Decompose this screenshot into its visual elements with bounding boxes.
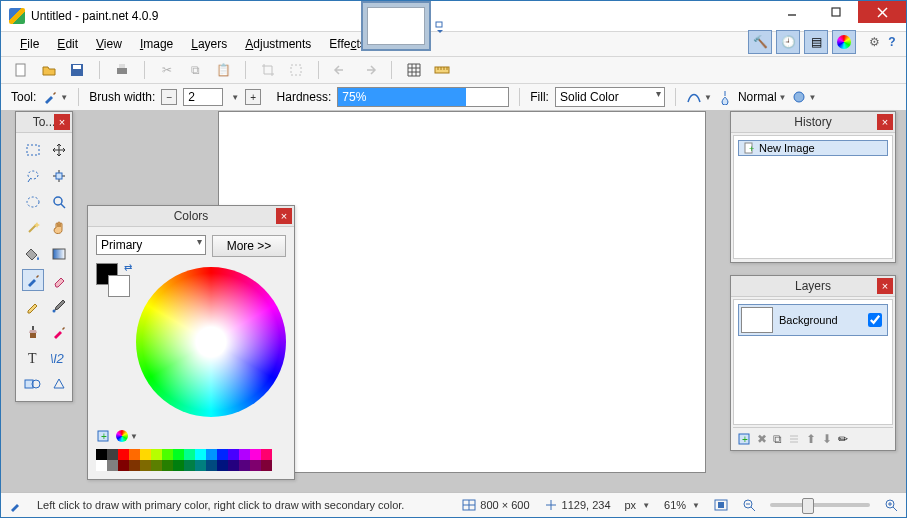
layer-visibility-checkbox[interactable] — [868, 313, 882, 327]
palette-swatch[interactable] — [195, 460, 206, 471]
status-unit[interactable]: px — [625, 499, 637, 511]
palette-swatch[interactable] — [206, 449, 217, 460]
tool-shapes[interactable] — [22, 373, 44, 395]
unit-dropdown-icon[interactable]: ▼ — [642, 501, 650, 510]
palette-swatch[interactable] — [140, 449, 151, 460]
palette-swatch[interactable] — [173, 449, 184, 460]
help-icon[interactable]: ? — [884, 34, 900, 50]
close-button[interactable] — [858, 1, 906, 23]
settings-icon[interactable]: ⚙ — [866, 34, 882, 50]
fill-select[interactable]: Solid Color — [555, 87, 665, 107]
blendmode-select[interactable]: Normal▼ — [738, 90, 787, 104]
image-thumbnail[interactable] — [361, 1, 431, 51]
ruler-button[interactable] — [432, 60, 452, 80]
tool-paint-bucket[interactable] — [22, 243, 44, 265]
tool-gradient[interactable] — [48, 243, 70, 265]
window-history-button[interactable]: 🕘 — [776, 30, 800, 54]
palette-swatch[interactable] — [96, 460, 107, 471]
tool-lasso-select[interactable] — [22, 165, 44, 187]
layers-panel-title[interactable]: Layers — [731, 276, 895, 297]
status-zoom[interactable]: 61% — [664, 499, 686, 511]
layer-merge-button[interactable] — [788, 433, 800, 445]
hardness-slider[interactable]: 75% — [337, 87, 509, 107]
layer-properties-button[interactable]: ✏ — [838, 432, 848, 446]
palette-swatch[interactable] — [206, 460, 217, 471]
open-button[interactable] — [39, 60, 59, 80]
tool-move-selection[interactable] — [48, 139, 70, 161]
palette-menu-button[interactable]: ▼ — [116, 429, 138, 443]
current-tool-icon[interactable]: ▼ — [42, 89, 68, 105]
zoom-out-button[interactable] — [742, 498, 756, 512]
palette-swatch[interactable] — [184, 449, 195, 460]
palette-swatch[interactable] — [107, 460, 118, 471]
palette-swatch[interactable] — [129, 460, 140, 471]
color-target-select[interactable]: Primary — [96, 235, 206, 255]
cut-button[interactable]: ✂ — [157, 60, 177, 80]
palette-swatch[interactable] — [151, 460, 162, 471]
save-button[interactable] — [67, 60, 87, 80]
colors-panel-close[interactable]: × — [276, 208, 292, 224]
menu-image[interactable]: Image — [133, 34, 180, 54]
tool-paintbrush[interactable] — [22, 269, 44, 291]
tool-recolor[interactable] — [48, 321, 70, 343]
palette-swatch[interactable] — [261, 460, 272, 471]
palette-swatch[interactable] — [140, 460, 151, 471]
layer-delete-button[interactable]: ✖ — [757, 432, 767, 446]
fit-window-button[interactable] — [714, 498, 728, 512]
palette-swatch[interactable] — [239, 449, 250, 460]
palette-swatch[interactable] — [96, 449, 107, 460]
zoom-dropdown-icon[interactable]: ▼ — [692, 501, 700, 510]
tool-clone-stamp[interactable] — [22, 321, 44, 343]
tool-move-pixels[interactable] — [48, 165, 70, 187]
paste-button[interactable]: 📋 — [213, 60, 233, 80]
color-wheel[interactable] — [136, 267, 286, 417]
menu-view[interactable]: View — [89, 34, 129, 54]
palette-swatch[interactable] — [228, 460, 239, 471]
menu-adjustments[interactable]: Adjustments — [238, 34, 318, 54]
alpha-blend-icon[interactable] — [718, 89, 732, 105]
history-panel-title[interactable]: History — [731, 112, 895, 133]
tool-pan[interactable] — [48, 217, 70, 239]
palette-swatch[interactable] — [118, 460, 129, 471]
palette-swatch[interactable] — [195, 449, 206, 460]
brushwidth-input[interactable] — [183, 88, 223, 106]
window-colors-button[interactable] — [832, 30, 856, 54]
color-swatches[interactable]: ⇄ — [96, 263, 130, 297]
copy-button[interactable]: ⧉ — [185, 60, 205, 80]
layer-duplicate-button[interactable]: ⧉ — [773, 432, 782, 446]
palette-swatch[interactable] — [129, 449, 140, 460]
colors-panel-title[interactable]: Colors — [88, 206, 294, 227]
grid-button[interactable] — [404, 60, 424, 80]
minimize-button[interactable] — [770, 1, 814, 23]
window-layers-button[interactable]: ▤ — [804, 30, 828, 54]
tool-zoom[interactable] — [48, 191, 70, 213]
palette-swatch[interactable] — [261, 449, 272, 460]
layer-item[interactable]: Background — [738, 304, 888, 336]
window-tools-button[interactable]: 🔨 — [748, 30, 772, 54]
zoom-slider[interactable] — [770, 503, 870, 507]
tool-ellipse-select[interactable] — [22, 191, 44, 213]
image-list-dropdown-icon[interactable] — [435, 21, 447, 33]
layer-moveup-button[interactable]: ⬆ — [806, 432, 816, 446]
undo-button[interactable] — [331, 60, 351, 80]
redo-button[interactable] — [359, 60, 379, 80]
history-item[interactable]: + New Image — [738, 140, 888, 156]
palette-swatch[interactable] — [162, 449, 173, 460]
tool-magic-wand[interactable] — [22, 217, 44, 239]
palette-swatch[interactable] — [217, 449, 228, 460]
tool-rect-select[interactable] — [22, 139, 44, 161]
brushwidth-dropdown[interactable]: ▼ — [231, 93, 239, 102]
palette-swatch[interactable] — [250, 460, 261, 471]
tool-color-picker[interactable] — [48, 295, 70, 317]
menu-layers[interactable]: Layers — [184, 34, 234, 54]
tool-text[interactable]: T — [22, 347, 44, 369]
layer-movedown-button[interactable]: ⬇ — [822, 432, 832, 446]
tool-pencil[interactable] — [22, 295, 44, 317]
color-palette[interactable] — [96, 449, 286, 471]
new-button[interactable] — [11, 60, 31, 80]
tools-panel-close[interactable]: × — [54, 114, 70, 130]
palette-swatch[interactable] — [107, 449, 118, 460]
palette-swatch[interactable] — [151, 449, 162, 460]
tool-line[interactable]: \l2 — [48, 347, 70, 369]
brushwidth-increment[interactable]: + — [245, 89, 261, 105]
